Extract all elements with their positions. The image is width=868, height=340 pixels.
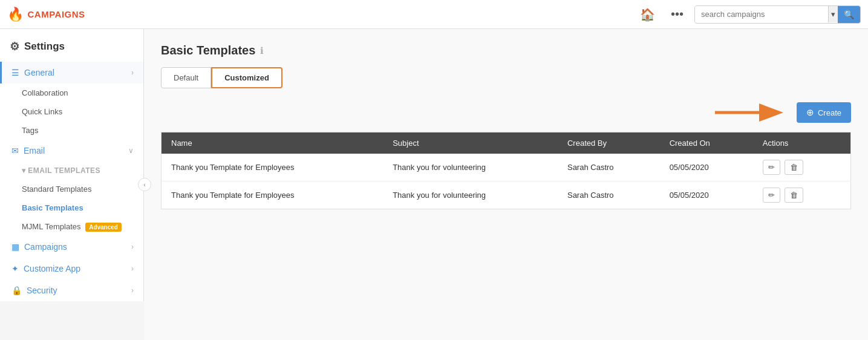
cell-created-by: Sarah Castro xyxy=(558,154,660,181)
top-nav: 🔥 CAMPAIGNS 🏠 ••• ▾ 🔍 xyxy=(0,0,868,29)
advanced-badge: Advanced xyxy=(85,223,122,232)
cell-name: Thank you Template for Employees xyxy=(162,154,383,181)
col-subject: Subject xyxy=(383,132,558,154)
tabs: Default Customized xyxy=(161,67,851,88)
chevron-right-icon-customize: › xyxy=(131,264,134,273)
sidebar-item-campaigns-label: Campaigns xyxy=(24,242,67,252)
customize-icon: ✦ xyxy=(11,264,19,273)
edit-button[interactable]: ✏ xyxy=(763,188,780,203)
sidebar-item-security[interactable]: 🔒 Security › xyxy=(0,280,143,301)
sidebar-item-collaboration[interactable]: Collaboration xyxy=(12,83,143,102)
email-templates-section-label: ▾ Email Templates xyxy=(12,162,143,180)
search-wrapper: ▾ 🔍 xyxy=(694,5,861,24)
sidebar-header: ⚙ Settings xyxy=(0,29,143,62)
cell-created-by: Sarah Castro xyxy=(558,181,660,209)
cell-subject: Thank you for volunteering xyxy=(383,154,558,181)
cell-name: Thank you Template for Employees xyxy=(162,181,383,209)
tab-customized[interactable]: Customized xyxy=(211,67,282,88)
sidebar-item-customize-app[interactable]: ✦ Customize App › xyxy=(0,258,143,280)
page-title: Basic Templates xyxy=(161,44,255,57)
cell-actions: ✏ 🗑 xyxy=(753,154,851,181)
chevron-down-icon: ∨ xyxy=(128,146,134,155)
sidebar-general-subitems: Collaboration Quick Links Tags xyxy=(0,83,143,140)
delete-button[interactable]: 🗑 xyxy=(785,188,803,203)
table-row: Thank you Template for Employees Thank y… xyxy=(162,154,851,181)
main-content: Basic Templates ℹ Default Customized ⊕ C… xyxy=(144,29,868,340)
table-header-row: Name Subject Created By Created On Actio… xyxy=(162,132,851,154)
cell-created-on: 05/05/2020 xyxy=(660,181,753,209)
sidebar: ⚙ Settings ☰ General › Collaboration Qui… xyxy=(0,29,144,301)
sidebar-item-standard-templates[interactable]: Standard Templates xyxy=(12,180,143,198)
search-input[interactable] xyxy=(695,6,828,22)
sidebar-item-general-label: General xyxy=(24,68,54,77)
edit-button[interactable]: ✏ xyxy=(763,160,780,175)
sidebar-item-security-label: Security xyxy=(27,286,57,295)
sidebar-collapse-toggle[interactable]: ‹ xyxy=(138,178,151,191)
brand-logo: 🔥 CAMPAIGNS xyxy=(7,7,85,22)
sidebar-item-mjml-templates[interactable]: MJML Templates Advanced xyxy=(12,217,143,236)
delete-button[interactable]: 🗑 xyxy=(785,160,803,175)
chevron-right-icon-campaigns: › xyxy=(131,243,134,251)
security-icon: 🔒 xyxy=(11,286,22,295)
col-created-by: Created By xyxy=(558,132,660,154)
create-button[interactable]: ⊕ Create xyxy=(797,102,851,123)
page-title-row: Basic Templates ℹ xyxy=(161,44,851,57)
home-button[interactable]: 🏠 xyxy=(635,5,660,24)
settings-icon: ⚙ xyxy=(10,40,19,53)
table-row: Thank you Template for Employees Thank y… xyxy=(162,181,851,209)
search-submit-button[interactable]: 🔍 xyxy=(838,6,860,23)
sidebar-item-email-label: Email xyxy=(24,146,45,155)
email-icon: ✉ xyxy=(11,146,19,155)
info-icon[interactable]: ℹ xyxy=(260,45,264,56)
sidebar-item-basic-templates[interactable]: Basic Templates xyxy=(12,198,143,217)
col-name: Name xyxy=(162,132,383,154)
sidebar-item-general[interactable]: ☰ General › xyxy=(0,62,143,83)
templates-table: Name Subject Created By Created On Actio… xyxy=(161,132,851,209)
layout: ⚙ Settings ☰ General › Collaboration Qui… xyxy=(0,29,868,340)
campaigns-icon: ▦ xyxy=(11,242,19,252)
cell-subject: Thank you for volunteering xyxy=(383,181,558,209)
sidebar-item-email[interactable]: ✉ Email ∨ xyxy=(0,140,143,162)
sidebar-wrapper: ⚙ Settings ☰ General › Collaboration Qui… xyxy=(0,29,144,340)
create-button-label: Create xyxy=(818,108,841,117)
settings-label: Settings xyxy=(24,41,65,53)
chevron-right-icon-security: › xyxy=(131,286,134,295)
tab-default[interactable]: Default xyxy=(161,67,211,88)
col-created-on: Created On xyxy=(660,132,753,154)
arrow-hint-icon xyxy=(712,100,785,125)
sidebar-item-tags[interactable]: Tags xyxy=(12,121,143,140)
plus-icon: ⊕ xyxy=(806,107,814,118)
cell-created-on: 05/05/2020 xyxy=(660,154,753,181)
general-icon: ☰ xyxy=(11,68,19,77)
sidebar-item-customize-label: Customize App xyxy=(24,264,80,273)
more-options-button[interactable]: ••• xyxy=(666,5,688,24)
sidebar-item-quick-links[interactable]: Quick Links xyxy=(12,102,143,121)
cell-actions: ✏ 🗑 xyxy=(753,181,851,209)
brand-name: CAMPAIGNS xyxy=(28,9,85,19)
email-templates-section: ▾ Email Templates Standard Templates Bas… xyxy=(0,162,143,236)
search-dropdown-button[interactable]: ▾ xyxy=(828,6,838,22)
sidebar-item-campaigns[interactable]: ▦ Campaigns › xyxy=(0,236,143,258)
brand-icon: 🔥 xyxy=(7,7,24,22)
create-row: ⊕ Create xyxy=(161,100,851,125)
chevron-right-icon: › xyxy=(131,68,134,77)
col-actions: Actions xyxy=(753,132,851,154)
